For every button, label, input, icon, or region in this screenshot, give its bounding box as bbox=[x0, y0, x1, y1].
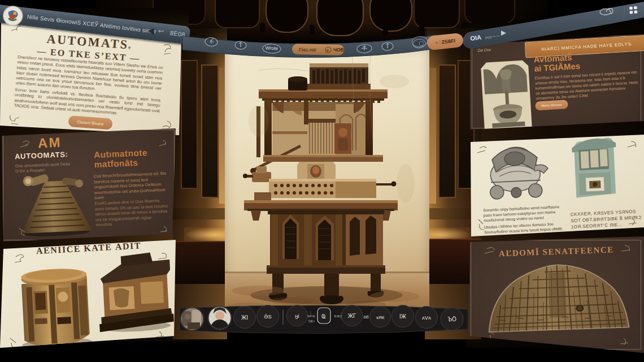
svg-text:ЧOВ: ЧOВ bbox=[333, 47, 344, 53]
svg-text:ЪӦ: ЪӦ bbox=[447, 316, 456, 322]
svg-text:ʌVʌ: ʌVʌ bbox=[422, 314, 431, 321]
svg-text:WІYE: WІYE bbox=[307, 314, 315, 318]
svg-text:ЖӀ: ЖӀ bbox=[241, 314, 248, 321]
svg-text:ө: ө bbox=[327, 48, 329, 52]
svg-text:Ҩ: Ҩ bbox=[321, 313, 326, 320]
svg-text:ҡЯК: ҡЯК bbox=[376, 315, 385, 320]
svg-text:Fіөo.нaг: Fіөo.нaг bbox=[299, 47, 316, 53]
svg-text:Wrote: Wrote bbox=[265, 45, 278, 51]
svg-text:ЖГ: ЖГ bbox=[348, 313, 356, 319]
svg-text:ӧб: ӧб bbox=[363, 314, 368, 320]
svg-text:ӀЖ: ӀЖ bbox=[399, 313, 407, 320]
svg-text:БЈБ3: БЈБ3 bbox=[334, 314, 341, 318]
svg-text:ӈі: ӈі bbox=[295, 313, 299, 319]
svg-text:ӚЅ: ӚЅ bbox=[264, 313, 272, 320]
svg-text:ӦӦ: ӦӦ bbox=[308, 320, 314, 323]
